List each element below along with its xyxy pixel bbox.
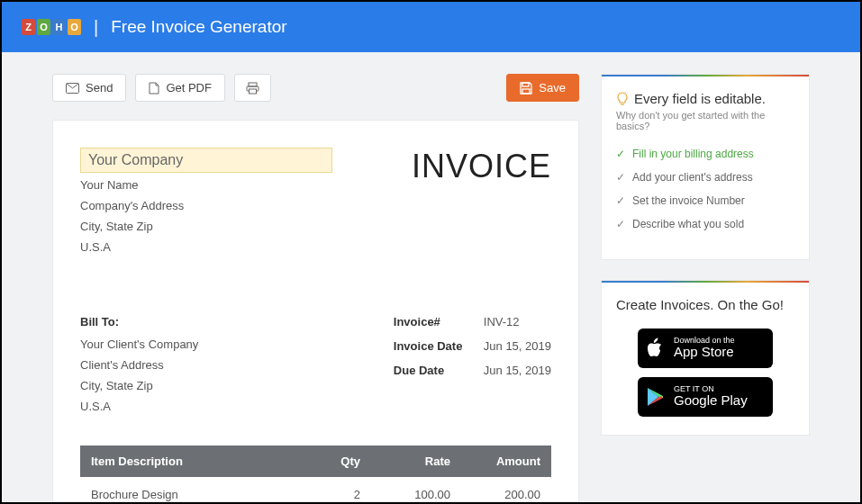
- google-play-badge[interactable]: GET IT ON Google Play: [638, 377, 773, 417]
- get-pdf-label: Get PDF: [166, 81, 212, 94]
- get-pdf-button[interactable]: Get PDF: [135, 74, 225, 102]
- col-qty: Qty: [299, 446, 371, 477]
- on-the-go-title: Create Invoices. On the Go!: [616, 297, 794, 312]
- invoice-number-field[interactable]: INV-12: [484, 315, 520, 328]
- svg-rect-3: [249, 89, 256, 94]
- app-store-big-text: App Store: [674, 345, 735, 360]
- company-block: Your Company Your Name Company's Address…: [80, 148, 332, 261]
- send-label: Send: [86, 81, 113, 94]
- bill-to-block: Bill To: Your Client's Company Client's …: [80, 315, 198, 420]
- save-button[interactable]: Save: [506, 74, 579, 102]
- table-row[interactable]: Brochure Design 2 100.00 200.00: [80, 477, 551, 502]
- tip-item: ✓Describe what you sold: [616, 218, 794, 230]
- item-rate-field[interactable]: 100.00: [371, 477, 461, 502]
- due-date-field[interactable]: Jun 15, 2019: [484, 364, 551, 377]
- invoice-meta: Invoice# INV-12 Invoice Date Jun 15, 201…: [394, 315, 551, 420]
- invoice-card: Your Company Your Name Company's Address…: [52, 120, 579, 502]
- item-description-field[interactable]: Brochure Design: [80, 477, 299, 502]
- client-country-field[interactable]: U.S.A: [80, 400, 198, 413]
- invoice-number-label: Invoice#: [394, 315, 484, 328]
- company-name-input[interactable]: Your Company: [80, 148, 332, 173]
- svg-rect-4: [522, 83, 529, 86]
- invoice-date-label: Invoice Date: [394, 339, 484, 353]
- items-table: Item Description Qty Rate Amount Brochur…: [80, 446, 551, 502]
- check-icon: ✓: [616, 218, 625, 230]
- check-icon: ✓: [616, 171, 625, 184]
- envelope-icon: [66, 83, 79, 94]
- item-amount-field[interactable]: 200.00: [461, 477, 551, 502]
- svg-rect-5: [522, 89, 530, 94]
- zoho-logo: Z O H O: [22, 19, 81, 35]
- client-company-field[interactable]: Your Client's Company: [80, 338, 198, 351]
- save-label: Save: [539, 81, 566, 94]
- document-icon: [149, 82, 159, 94]
- tips-panel: Every field is editable. Why don't you g…: [601, 74, 810, 260]
- on-the-go-panel: Create Invoices. On the Go! Download on …: [601, 280, 810, 436]
- accent-bar: [602, 281, 809, 283]
- google-play-icon: [647, 387, 665, 407]
- toolbar: Send Get PDF Save: [52, 74, 579, 102]
- company-country-field[interactable]: U.S.A: [80, 240, 332, 254]
- item-qty-field[interactable]: 2: [299, 477, 371, 502]
- client-city-field[interactable]: City, State Zip: [80, 379, 198, 392]
- google-play-big-text: Google Play: [674, 393, 748, 409]
- logo-letter: O: [37, 19, 50, 35]
- col-amount: Amount: [461, 446, 551, 477]
- tip-item: ✓Fill in your billing address: [616, 148, 794, 160]
- printer-icon: [246, 82, 259, 94]
- tips-heading: Every field is editable.: [634, 91, 766, 106]
- logo-letter: O: [68, 19, 81, 35]
- tips-subheading: Why don't you get started with the basic…: [616, 110, 794, 131]
- print-button[interactable]: [234, 74, 271, 102]
- app-store-badge[interactable]: Download on the App Store: [638, 328, 773, 368]
- apple-icon: [647, 338, 665, 359]
- invoice-heading[interactable]: INVOICE: [412, 148, 551, 185]
- accent-bar: [602, 75, 809, 76]
- app-header: Z O H O | Free Invoice Generator: [2, 2, 860, 52]
- logo-letter: Z: [22, 19, 35, 35]
- header-divider: |: [94, 17, 98, 38]
- due-date-label: Due Date: [394, 364, 484, 377]
- lightbulb-icon: [616, 92, 629, 106]
- bill-to-label: Bill To:: [80, 315, 198, 328]
- your-name-field[interactable]: Your Name: [80, 178, 332, 192]
- save-icon: [520, 82, 532, 94]
- logo-letter: H: [52, 19, 66, 35]
- col-description: Item Description: [80, 446, 299, 477]
- company-city-field[interactable]: City, State Zip: [80, 220, 332, 233]
- page-title: Free Invoice Generator: [111, 17, 286, 37]
- svg-rect-1: [249, 83, 257, 86]
- send-button[interactable]: Send: [52, 74, 126, 102]
- col-rate: Rate: [371, 446, 461, 477]
- client-address-field[interactable]: Client's Address: [80, 358, 198, 372]
- invoice-date-field[interactable]: Jun 15, 2019: [484, 339, 551, 353]
- tip-item: ✓Set the invoice Number: [616, 194, 794, 207]
- check-icon: ✓: [616, 148, 625, 160]
- tip-item: ✓Add your client's address: [616, 171, 794, 184]
- company-address-field[interactable]: Company's Address: [80, 199, 332, 212]
- check-icon: ✓: [616, 194, 625, 207]
